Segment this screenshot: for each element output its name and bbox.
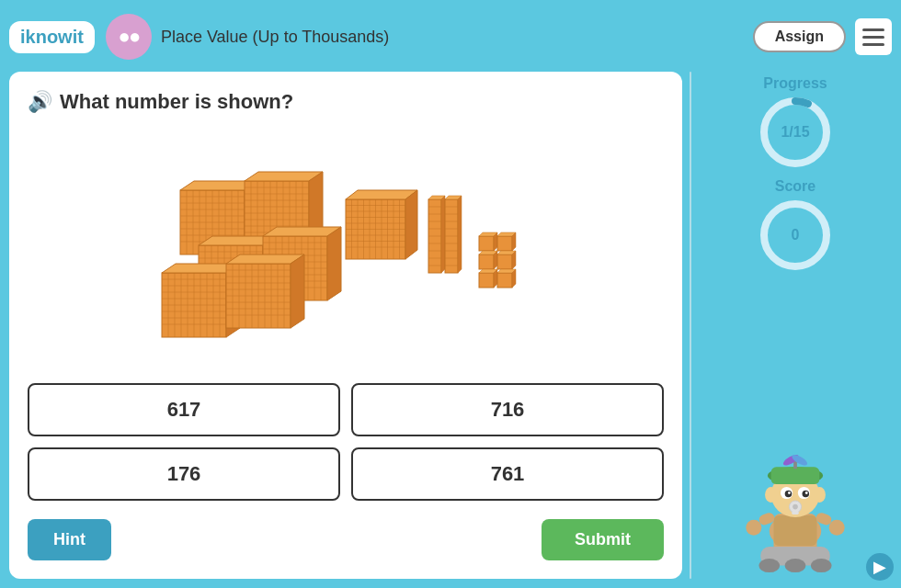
svg-rect-170 [479, 254, 494, 269]
score-label: Score [775, 178, 815, 195]
lesson-icon: ●● [106, 14, 152, 60]
svg-rect-192 [773, 515, 816, 546]
svg-rect-173 [497, 254, 512, 269]
svg-point-212 [765, 487, 777, 503]
answer-grid: 617 716 176 761 [28, 383, 664, 501]
answer-choice-c[interactable]: 176 [28, 447, 340, 501]
svg-rect-207 [792, 511, 799, 514]
progress-label: Progress [763, 75, 827, 92]
menu-button[interactable] [855, 18, 892, 55]
svg-marker-151 [441, 196, 445, 273]
panel-divider [690, 72, 691, 579]
score-container: Score 0 [758, 178, 832, 272]
svg-rect-176 [479, 273, 494, 288]
sound-icon[interactable]: 🔊 [28, 90, 52, 114]
svg-point-189 [758, 559, 780, 572]
blocks-visual [28, 129, 664, 365]
answer-choice-d[interactable]: 761 [351, 447, 664, 501]
svg-rect-195 [771, 467, 820, 484]
hamburger-line-1 [862, 28, 884, 31]
answer-choice-a[interactable]: 617 [28, 383, 340, 436]
question-panel: 🔊 What number is shown? [9, 72, 682, 579]
progress-container: Progress 1/15 [758, 75, 832, 169]
answer-choice-b[interactable]: 716 [351, 383, 664, 436]
svg-point-209 [746, 520, 761, 536]
svg-point-211 [829, 520, 845, 536]
svg-rect-179 [497, 273, 512, 288]
base10-blocks-svg [153, 163, 539, 365]
sidebar-panel: Progress 1/15 Score 0 [699, 72, 892, 579]
progress-value: 1/15 [781, 124, 809, 141]
submit-button[interactable]: Submit [542, 519, 664, 560]
hamburger-line-2 [862, 36, 884, 39]
lesson-title: Place Value (Up to Thousands) [161, 28, 753, 47]
svg-marker-79 [327, 227, 341, 300]
svg-point-191 [811, 559, 832, 572]
mascot-illustration [731, 427, 860, 574]
svg-rect-164 [479, 236, 494, 251]
svg-point-190 [785, 559, 806, 572]
svg-point-213 [814, 487, 826, 503]
svg-point-204 [805, 492, 808, 494]
logo: iknowit [9, 21, 95, 53]
bottom-bar: Hint Submit [28, 519, 664, 560]
question-text: What number is shown? [60, 90, 293, 114]
svg-marker-139 [405, 190, 417, 259]
hamburger-line-3 [862, 43, 884, 46]
logo-text: iknowit [20, 27, 84, 48]
assign-button[interactable]: Assign [753, 21, 846, 52]
lesson-dots-icon: ●● [119, 25, 140, 49]
question-header: 🔊 What number is shown? [28, 90, 664, 114]
progress-circle: 1/15 [758, 96, 832, 169]
svg-rect-167 [497, 236, 512, 251]
hint-button[interactable]: Hint [28, 519, 111, 560]
nav-arrow-right[interactable]: ▶ [866, 553, 894, 581]
score-circle: 0 [758, 198, 832, 272]
svg-point-203 [788, 492, 791, 494]
svg-marker-119 [291, 254, 304, 328]
svg-point-206 [793, 504, 798, 510]
mascot-area [731, 281, 860, 579]
score-value: 0 [792, 227, 800, 243]
svg-marker-163 [458, 196, 462, 273]
